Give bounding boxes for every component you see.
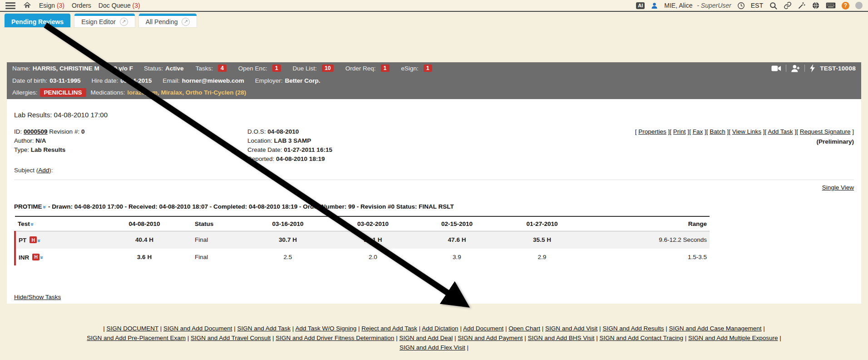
action-link-batch[interactable]: Batch xyxy=(710,128,725,135)
result-value-cell: 30.7 H xyxy=(245,231,331,249)
person-add-icon[interactable] xyxy=(791,65,800,72)
menu-icon[interactable] xyxy=(5,2,15,9)
clock-icon[interactable] xyxy=(737,2,745,10)
document-info: ID: 0000509 Revision #: 0 Author: N/A Ty… xyxy=(14,127,854,155)
allergy-badge[interactable]: PENICILLINS xyxy=(40,88,86,97)
footer-link-sign-and-add-task[interactable]: SIGN and Add Task xyxy=(237,325,291,332)
column-header-label: 01-27-2010 xyxy=(526,220,557,227)
hire-date-value: 03-24-2015 xyxy=(120,77,152,84)
result-panel-header: PROTIME» - Drawn: 04-08-2010 17:00 - Rec… xyxy=(14,203,854,210)
tab-pending-reviews-label: Pending Reviews xyxy=(11,18,64,25)
patient-status: Active xyxy=(165,65,184,72)
banner-counter: Order Req:1 xyxy=(345,65,390,72)
footer-link-sign-and-add-deal[interactable]: SIGN and Add Deal xyxy=(399,335,453,341)
chevron-down-icon[interactable]: » xyxy=(29,223,35,225)
nav-esign[interactable]: Esign (3) xyxy=(39,2,64,9)
footer-link-sign-and-add-multiple-exposure[interactable]: SIGN and Add Multiple Exposure xyxy=(688,335,778,341)
action-link-request-signature[interactable]: Request Signature xyxy=(800,128,851,135)
banner-row-2: Date of birth: 03-11-1995 Hire date: 03-… xyxy=(7,74,861,87)
footer-link-add-task-w-o-signing[interactable]: Add Task W/O Signing xyxy=(295,325,356,332)
footer-link-sign-and-add-bhs-visit[interactable]: SIGN and Add BHS Visit xyxy=(528,335,595,341)
document-id-link[interactable]: 0000509 xyxy=(24,128,48,135)
status-cell: Final xyxy=(192,249,245,266)
preliminary-status: (Preliminary) xyxy=(635,137,854,146)
subject-add-link[interactable]: Add xyxy=(38,167,49,174)
ai-badge[interactable]: AI xyxy=(636,2,645,9)
footer-link-sign-document[interactable]: SIGN DOCUMENT xyxy=(106,325,158,332)
action-link-print[interactable]: Print xyxy=(673,128,686,135)
help-icon[interactable]: ? xyxy=(842,2,849,10)
column-header-label: Test xyxy=(18,220,30,227)
wand-icon[interactable] xyxy=(798,1,806,10)
video-camera-icon[interactable] xyxy=(771,65,781,72)
status-label: Status: xyxy=(144,65,163,72)
footer-link-sign-and-add-payment[interactable]: SIGN and Add Payment xyxy=(458,335,523,341)
counter-badge[interactable]: 4 xyxy=(218,65,227,72)
footer-link-sign-and-add-driver-fitness-determination[interactable]: SIGN and Add Driver Fitness Determinatio… xyxy=(276,335,394,341)
footer-link-add-dictation[interactable]: Add Dictation xyxy=(422,325,458,332)
user-icon xyxy=(651,2,658,10)
document-info-middle: D.O.S: 04-08-2010 Location: LAB 3 SAMP C… xyxy=(247,127,332,164)
email-value: horner@mieweb.com xyxy=(182,77,244,84)
result-row: PTH»40.4 HFinal30.7 H22.1 H47.6 H35.5 H9… xyxy=(15,231,710,249)
search-icon[interactable] xyxy=(769,1,778,10)
counter-badge[interactable]: 1 xyxy=(381,65,390,72)
column-header-label: 04-08-2010 xyxy=(128,220,160,227)
footer-link-sign-and-add-case-management[interactable]: SIGN and Add Case Management xyxy=(669,325,761,332)
section-divider xyxy=(14,180,854,180)
lightning-icon[interactable] xyxy=(809,64,815,72)
results-table: Test»04-08-2010Status03-16-201003-02-201… xyxy=(14,216,710,265)
nav-doc-queue[interactable]: Doc Queue (3) xyxy=(99,2,140,9)
divider xyxy=(786,65,786,72)
status-cell: Final xyxy=(192,231,245,249)
medications-list[interactable]: lorazepam, Miralax, Ortho Tri-Cyclen (28… xyxy=(127,89,246,96)
footer-link-sign-and-add-flex-visit[interactable]: SIGN and Add Flex Visit xyxy=(399,344,465,351)
top-navbar: Esign (3) Orders Doc Queue (3) AI MIE, A… xyxy=(0,0,868,12)
action-link-add-task[interactable]: Add Task xyxy=(768,128,793,135)
tab-esign-editor[interactable]: Esign Editor ↗ xyxy=(74,14,134,27)
nav-orders[interactable]: Orders xyxy=(72,2,91,9)
footer-link-sign-and-add-visit[interactable]: SIGN and Add Visit xyxy=(545,325,597,332)
keyboard-icon[interactable] xyxy=(826,2,836,9)
footer-link-add-document[interactable]: Add Document xyxy=(463,325,503,332)
counter-badge[interactable]: 1 xyxy=(272,65,281,72)
esign-count: (3) xyxy=(57,2,64,9)
counter-badge[interactable]: 10 xyxy=(322,65,334,72)
timezone-label[interactable]: EST xyxy=(751,2,763,9)
counter-badge[interactable]: 1 xyxy=(424,65,432,72)
result-value-cell: 35.5 H xyxy=(499,231,585,249)
tab-pending-reviews[interactable]: Pending Reviews xyxy=(5,14,70,27)
document-area: Lab Results: 04-08-2010 17:00 ID: 000050… xyxy=(7,99,861,304)
footer-link-open-chart[interactable]: Open Chart xyxy=(508,325,540,332)
footer-link-sign-and-add-pre-placement-exam[interactable]: SIGN and Add Pre-Placement Exam xyxy=(87,335,186,341)
action-link-view-links[interactable]: View Links xyxy=(732,128,761,135)
document-title: Lab Results: 04-08-2010 17:00 xyxy=(14,111,854,119)
action-link-fax[interactable]: Fax xyxy=(693,128,703,135)
chevron-down-icon[interactable]: » xyxy=(36,239,42,242)
footer-link-sign-and-add-document[interactable]: SIGN and Add Document xyxy=(163,325,232,332)
link-icon[interactable] xyxy=(784,1,792,10)
main-panel: Name: HARRIS, CHRISTINE M 29 y/o F Statu… xyxy=(7,62,861,304)
user-menu[interactable]: MIE, Alice - SuperUser xyxy=(664,2,731,9)
result-panel-test-name: PROTIME xyxy=(14,203,42,210)
footer-link-sign-and-add-travel-consult[interactable]: SIGN and Add Travel Consult xyxy=(191,335,271,341)
document-action: [ View Links ] xyxy=(729,128,764,135)
avatar-circle[interactable] xyxy=(855,2,863,9)
footer-link-sign-and-add-results[interactable]: SIGN and Add Results xyxy=(602,325,664,332)
footer-link-line: SIGN and Add Pre-Placement Exam | SIGN a… xyxy=(0,334,868,342)
footer-link-sign-and-add-contact-tracing[interactable]: SIGN and Add Contact Tracing xyxy=(599,335,683,341)
tab-all-pending[interactable]: All Pending ↗ xyxy=(139,14,197,27)
chevron-down-icon[interactable]: » xyxy=(41,205,47,208)
banner-counter: Open Enc:1 xyxy=(238,65,281,72)
column-header-label: Status xyxy=(195,220,213,227)
footer-link-reject-and-add-task[interactable]: Reject and Add Task xyxy=(361,325,417,332)
chevron-down-icon[interactable]: » xyxy=(39,256,45,259)
divider xyxy=(804,65,805,72)
home-icon[interactable] xyxy=(23,1,32,10)
bracket: [ xyxy=(729,128,732,135)
hide-show-tasks-link[interactable]: Hide/Show Tasks xyxy=(14,294,61,300)
action-link-properties[interactable]: Properties xyxy=(638,128,666,135)
globe-icon[interactable] xyxy=(812,1,820,10)
single-view-link[interactable]: Single View xyxy=(822,184,854,191)
signing-actions-footer: | SIGN DOCUMENT | SIGN and Add Document … xyxy=(0,304,868,360)
